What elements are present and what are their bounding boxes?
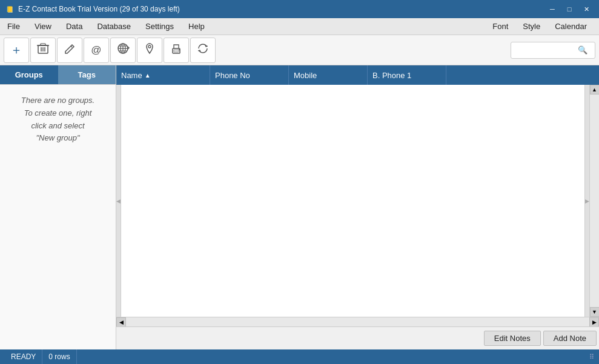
sidebar-empty-message: There are no groups.To create one, right… — [0, 85, 116, 349]
title-bar-left: 📒 E-Z Contact Book Trial Version (29 of … — [5, 4, 180, 14]
svg-rect-12 — [174, 50, 179, 52]
minimize-button[interactable]: ─ — [544, 3, 560, 15]
print-icon — [170, 42, 183, 58]
table-header: Name ▲ Phone No Mobile B. Phone 1 — [116, 65, 599, 85]
edit-notes-button[interactable]: Edit Notes — [484, 331, 541, 346]
menu-item-database[interactable]: Database — [90, 18, 138, 35]
menu-right: Font Style Calendar — [488, 22, 599, 31]
scroll-down-button[interactable]: ▼ — [590, 307, 600, 317]
col-header-name[interactable]: Name ▲ — [116, 65, 210, 85]
menu-item-data[interactable]: Data — [59, 18, 90, 35]
status-rows: 0 rows — [42, 349, 76, 364]
close-button[interactable]: ✕ — [578, 3, 594, 15]
status-bar: READY 0 rows ⠿ — [0, 349, 599, 364]
left-resize-panel: ◀ — [116, 85, 121, 317]
scroll-up-button[interactable]: ▲ — [590, 85, 600, 94]
sort-asc-icon: ▲ — [145, 72, 151, 79]
resize-grip: ⠿ — [589, 353, 594, 361]
sidebar: Groups Tags There are no groups.To creat… — [0, 65, 116, 349]
horizontal-scroll-row: ◀ ▶ — [116, 317, 599, 326]
menu-left: File View Data Database Settings Help — [0, 18, 212, 35]
bottom-bar: Edit Notes Add Note — [116, 326, 599, 349]
print-button[interactable] — [164, 38, 189, 63]
web-icon — [116, 42, 130, 58]
app-icon: 📒 — [5, 4, 15, 14]
web-button[interactable] — [110, 38, 136, 63]
menu-item-file[interactable]: File — [0, 18, 27, 35]
location-button[interactable] — [137, 38, 162, 63]
col-header-phone[interactable]: Phone No — [210, 65, 289, 85]
add-button[interactable]: ＋ — [4, 38, 29, 63]
col-header-bphone1[interactable]: B. Phone 1 — [368, 65, 446, 85]
left-resize-icon: ◀ — [116, 198, 121, 204]
title-bar-controls: ─ □ ✕ — [544, 3, 594, 15]
bottom-section: ◀ ▶ Edit Notes Add Note — [116, 317, 599, 349]
restore-button[interactable]: □ — [561, 3, 577, 15]
scroll-left-button[interactable]: ◀ — [116, 317, 126, 327]
scroll-track — [590, 94, 599, 307]
search-icon: 🔍 — [578, 45, 587, 55]
menu-item-style[interactable]: Style — [518, 22, 545, 31]
table-area: ◀ ▶ ▲ ▼ — [116, 85, 599, 317]
sidebar-tab-tags[interactable]: Tags — [58, 65, 116, 84]
sidebar-tabs: Groups Tags — [0, 65, 116, 85]
menu-item-help[interactable]: Help — [181, 18, 212, 35]
menu-bar: File View Data Database Settings Help Fo… — [0, 18, 599, 35]
main-area: Groups Tags There are no groups.To creat… — [0, 65, 599, 349]
sync-button[interactable] — [190, 38, 216, 63]
delete-button[interactable] — [30, 38, 56, 63]
sidebar-tab-groups[interactable]: Groups — [0, 65, 58, 84]
status-ready: READY — [5, 349, 42, 364]
location-icon — [143, 42, 156, 58]
content-right: Name ▲ Phone No Mobile B. Phone 1 ◀ — [116, 65, 599, 349]
search-box: 🔍 — [511, 42, 595, 59]
search-input[interactable] — [515, 46, 575, 55]
menu-item-calendar[interactable]: Calendar — [550, 22, 592, 31]
email-button[interactable]: @ — [84, 38, 109, 63]
sync-icon — [196, 42, 210, 58]
svg-point-13 — [179, 49, 180, 50]
svg-rect-5 — [41, 44, 45, 45]
menu-item-font[interactable]: Font — [488, 22, 513, 31]
svg-point-10 — [148, 45, 151, 48]
col-header-mobile[interactable]: Mobile — [289, 65, 368, 85]
add-note-button[interactable]: Add Note — [543, 331, 597, 346]
title-bar-text: E-Z Contact Book Trial Version (29 of 30… — [18, 5, 180, 13]
table-body[interactable] — [121, 85, 584, 317]
scroll-right-button[interactable]: ▶ — [589, 317, 599, 327]
status-empty — [77, 349, 589, 364]
toolbar: ＋ @ — [0, 35, 599, 65]
menu-item-settings[interactable]: Settings — [138, 18, 181, 35]
right-resize-icon: ▶ — [585, 198, 589, 204]
edit-button[interactable] — [57, 38, 82, 63]
title-bar: 📒 E-Z Contact Book Trial Version (29 of … — [0, 0, 599, 18]
delete-icon — [36, 42, 50, 58]
menu-item-view[interactable]: View — [27, 18, 59, 35]
right-scrollbar: ▲ ▼ — [589, 85, 599, 317]
edit-icon — [63, 42, 76, 58]
add-icon: ＋ — [10, 42, 22, 58]
right-resize-panel: ▶ — [584, 85, 589, 317]
